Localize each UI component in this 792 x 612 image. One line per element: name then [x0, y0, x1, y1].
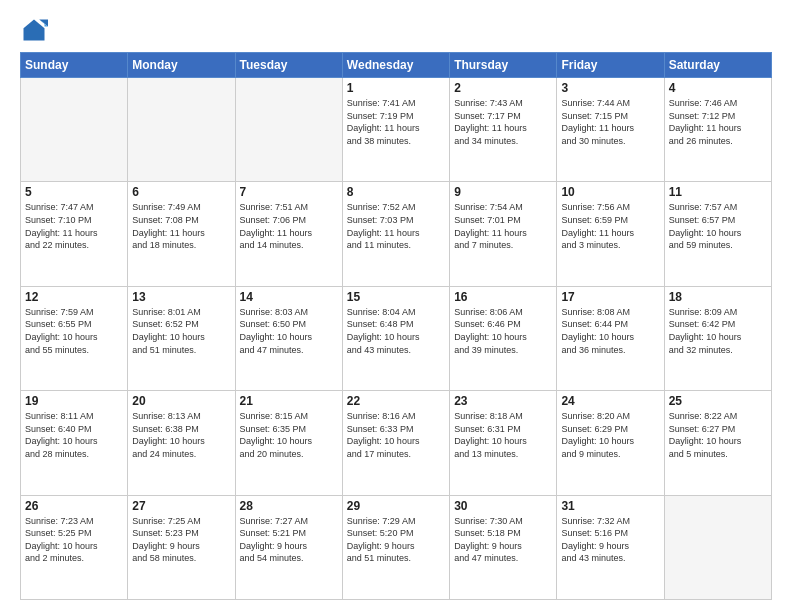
day-number: 4	[669, 81, 767, 95]
day-number: 21	[240, 394, 338, 408]
day-info: Sunrise: 7:46 AMSunset: 7:12 PMDaylight:…	[669, 97, 767, 147]
day-cell	[664, 495, 771, 599]
day-cell: 5Sunrise: 7:47 AMSunset: 7:10 PMDaylight…	[21, 182, 128, 286]
day-cell: 31Sunrise: 7:32 AMSunset: 5:16 PMDayligh…	[557, 495, 664, 599]
week-row-3: 12Sunrise: 7:59 AMSunset: 6:55 PMDayligh…	[21, 286, 772, 390]
day-cell: 9Sunrise: 7:54 AMSunset: 7:01 PMDaylight…	[450, 182, 557, 286]
day-number: 12	[25, 290, 123, 304]
day-number: 3	[561, 81, 659, 95]
day-info: Sunrise: 7:29 AMSunset: 5:20 PMDaylight:…	[347, 515, 445, 565]
day-info: Sunrise: 8:01 AMSunset: 6:52 PMDaylight:…	[132, 306, 230, 356]
day-info: Sunrise: 7:25 AMSunset: 5:23 PMDaylight:…	[132, 515, 230, 565]
day-info: Sunrise: 8:11 AMSunset: 6:40 PMDaylight:…	[25, 410, 123, 460]
day-info: Sunrise: 8:08 AMSunset: 6:44 PMDaylight:…	[561, 306, 659, 356]
day-number: 6	[132, 185, 230, 199]
day-number: 15	[347, 290, 445, 304]
day-number: 13	[132, 290, 230, 304]
day-cell: 3Sunrise: 7:44 AMSunset: 7:15 PMDaylight…	[557, 78, 664, 182]
day-cell: 30Sunrise: 7:30 AMSunset: 5:18 PMDayligh…	[450, 495, 557, 599]
day-cell: 8Sunrise: 7:52 AMSunset: 7:03 PMDaylight…	[342, 182, 449, 286]
day-info: Sunrise: 7:27 AMSunset: 5:21 PMDaylight:…	[240, 515, 338, 565]
day-info: Sunrise: 8:06 AMSunset: 6:46 PMDaylight:…	[454, 306, 552, 356]
day-number: 28	[240, 499, 338, 513]
week-row-2: 5Sunrise: 7:47 AMSunset: 7:10 PMDaylight…	[21, 182, 772, 286]
week-row-5: 26Sunrise: 7:23 AMSunset: 5:25 PMDayligh…	[21, 495, 772, 599]
day-number: 29	[347, 499, 445, 513]
day-cell: 12Sunrise: 7:59 AMSunset: 6:55 PMDayligh…	[21, 286, 128, 390]
weekday-header-thursday: Thursday	[450, 53, 557, 78]
day-cell: 19Sunrise: 8:11 AMSunset: 6:40 PMDayligh…	[21, 391, 128, 495]
day-number: 25	[669, 394, 767, 408]
day-cell: 15Sunrise: 8:04 AMSunset: 6:48 PMDayligh…	[342, 286, 449, 390]
day-cell: 21Sunrise: 8:15 AMSunset: 6:35 PMDayligh…	[235, 391, 342, 495]
day-number: 30	[454, 499, 552, 513]
day-info: Sunrise: 7:23 AMSunset: 5:25 PMDaylight:…	[25, 515, 123, 565]
day-info: Sunrise: 8:03 AMSunset: 6:50 PMDaylight:…	[240, 306, 338, 356]
day-info: Sunrise: 8:16 AMSunset: 6:33 PMDaylight:…	[347, 410, 445, 460]
day-number: 24	[561, 394, 659, 408]
day-info: Sunrise: 7:43 AMSunset: 7:17 PMDaylight:…	[454, 97, 552, 147]
day-info: Sunrise: 7:49 AMSunset: 7:08 PMDaylight:…	[132, 201, 230, 251]
day-cell: 20Sunrise: 8:13 AMSunset: 6:38 PMDayligh…	[128, 391, 235, 495]
day-cell: 23Sunrise: 8:18 AMSunset: 6:31 PMDayligh…	[450, 391, 557, 495]
day-info: Sunrise: 7:30 AMSunset: 5:18 PMDaylight:…	[454, 515, 552, 565]
day-cell: 22Sunrise: 8:16 AMSunset: 6:33 PMDayligh…	[342, 391, 449, 495]
week-row-4: 19Sunrise: 8:11 AMSunset: 6:40 PMDayligh…	[21, 391, 772, 495]
day-cell: 7Sunrise: 7:51 AMSunset: 7:06 PMDaylight…	[235, 182, 342, 286]
day-number: 19	[25, 394, 123, 408]
day-cell	[235, 78, 342, 182]
day-cell: 18Sunrise: 8:09 AMSunset: 6:42 PMDayligh…	[664, 286, 771, 390]
day-number: 10	[561, 185, 659, 199]
day-cell	[21, 78, 128, 182]
day-cell: 29Sunrise: 7:29 AMSunset: 5:20 PMDayligh…	[342, 495, 449, 599]
weekday-header-row: SundayMondayTuesdayWednesdayThursdayFrid…	[21, 53, 772, 78]
day-info: Sunrise: 7:59 AMSunset: 6:55 PMDaylight:…	[25, 306, 123, 356]
day-number: 11	[669, 185, 767, 199]
logo-icon	[20, 16, 48, 44]
day-number: 18	[669, 290, 767, 304]
weekday-header-friday: Friday	[557, 53, 664, 78]
day-cell: 4Sunrise: 7:46 AMSunset: 7:12 PMDaylight…	[664, 78, 771, 182]
day-cell: 6Sunrise: 7:49 AMSunset: 7:08 PMDaylight…	[128, 182, 235, 286]
day-cell: 13Sunrise: 8:01 AMSunset: 6:52 PMDayligh…	[128, 286, 235, 390]
day-cell: 16Sunrise: 8:06 AMSunset: 6:46 PMDayligh…	[450, 286, 557, 390]
day-cell: 17Sunrise: 8:08 AMSunset: 6:44 PMDayligh…	[557, 286, 664, 390]
day-cell: 27Sunrise: 7:25 AMSunset: 5:23 PMDayligh…	[128, 495, 235, 599]
day-cell: 2Sunrise: 7:43 AMSunset: 7:17 PMDaylight…	[450, 78, 557, 182]
calendar-table: SundayMondayTuesdayWednesdayThursdayFrid…	[20, 52, 772, 600]
day-cell: 14Sunrise: 8:03 AMSunset: 6:50 PMDayligh…	[235, 286, 342, 390]
day-cell: 11Sunrise: 7:57 AMSunset: 6:57 PMDayligh…	[664, 182, 771, 286]
day-cell: 25Sunrise: 8:22 AMSunset: 6:27 PMDayligh…	[664, 391, 771, 495]
day-number: 1	[347, 81, 445, 95]
weekday-header-wednesday: Wednesday	[342, 53, 449, 78]
day-info: Sunrise: 7:41 AMSunset: 7:19 PMDaylight:…	[347, 97, 445, 147]
day-number: 2	[454, 81, 552, 95]
day-info: Sunrise: 7:56 AMSunset: 6:59 PMDaylight:…	[561, 201, 659, 251]
weekday-header-tuesday: Tuesday	[235, 53, 342, 78]
day-info: Sunrise: 7:51 AMSunset: 7:06 PMDaylight:…	[240, 201, 338, 251]
day-info: Sunrise: 7:52 AMSunset: 7:03 PMDaylight:…	[347, 201, 445, 251]
day-number: 5	[25, 185, 123, 199]
week-row-1: 1Sunrise: 7:41 AMSunset: 7:19 PMDaylight…	[21, 78, 772, 182]
day-cell: 10Sunrise: 7:56 AMSunset: 6:59 PMDayligh…	[557, 182, 664, 286]
header	[20, 16, 772, 44]
day-info: Sunrise: 8:22 AMSunset: 6:27 PMDaylight:…	[669, 410, 767, 460]
day-number: 17	[561, 290, 659, 304]
weekday-header-sunday: Sunday	[21, 53, 128, 78]
day-info: Sunrise: 8:20 AMSunset: 6:29 PMDaylight:…	[561, 410, 659, 460]
day-cell: 28Sunrise: 7:27 AMSunset: 5:21 PMDayligh…	[235, 495, 342, 599]
page: SundayMondayTuesdayWednesdayThursdayFrid…	[0, 0, 792, 612]
day-number: 27	[132, 499, 230, 513]
day-info: Sunrise: 7:47 AMSunset: 7:10 PMDaylight:…	[25, 201, 123, 251]
day-info: Sunrise: 8:18 AMSunset: 6:31 PMDaylight:…	[454, 410, 552, 460]
day-number: 8	[347, 185, 445, 199]
weekday-header-saturday: Saturday	[664, 53, 771, 78]
day-number: 20	[132, 394, 230, 408]
weekday-header-monday: Monday	[128, 53, 235, 78]
day-number: 9	[454, 185, 552, 199]
day-cell: 24Sunrise: 8:20 AMSunset: 6:29 PMDayligh…	[557, 391, 664, 495]
day-number: 22	[347, 394, 445, 408]
day-info: Sunrise: 8:09 AMSunset: 6:42 PMDaylight:…	[669, 306, 767, 356]
day-cell: 26Sunrise: 7:23 AMSunset: 5:25 PMDayligh…	[21, 495, 128, 599]
day-number: 26	[25, 499, 123, 513]
